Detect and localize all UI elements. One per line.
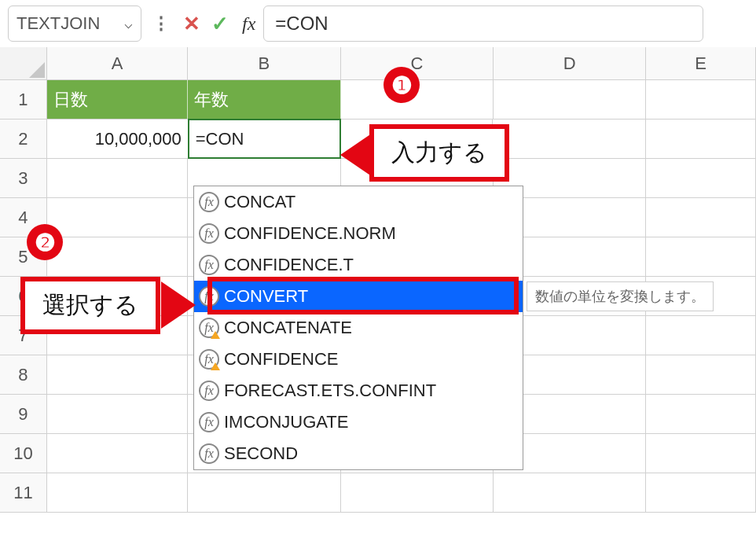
autocomplete-item[interactable]: fx FORECAST.ETS.CONFINT	[194, 375, 523, 406]
fx-warning-icon: fx	[199, 349, 219, 370]
cell-e1[interactable]	[646, 80, 756, 119]
row-header-1[interactable]: 1	[0, 80, 47, 119]
cell-b2-editing[interactable]: =CON	[188, 119, 341, 159]
cell-b1[interactable]: 年数	[188, 80, 340, 119]
autocomplete-label: CONCAT	[224, 192, 295, 212]
cell-a4[interactable]	[47, 198, 188, 237]
annotation-text: 入力する	[391, 137, 487, 169]
cell-e4[interactable]	[646, 198, 756, 237]
annotation-arrow-icon	[161, 281, 196, 329]
autocomplete-item[interactable]: fx CONCATENATE	[194, 312, 523, 344]
column-header-e[interactable]: E	[646, 47, 756, 79]
name-box[interactable]: TEXTJOIN ⌵	[8, 6, 141, 42]
cell-e7[interactable]	[646, 316, 756, 355]
fx-icon: fx	[199, 381, 219, 401]
row-header-2[interactable]: 2	[0, 120, 47, 158]
column-header-c[interactable]: C	[341, 47, 494, 79]
cell-e10[interactable]	[646, 434, 756, 473]
autocomplete-label: FORECAST.ETS.CONFINT	[224, 381, 436, 401]
autocomplete-label: CONCATENATE	[224, 318, 352, 338]
cell-b11[interactable]	[188, 473, 340, 512]
autocomplete-label: IMCONJUGATE	[224, 412, 348, 432]
enter-formula-button[interactable]: ✓	[206, 12, 234, 36]
cell-e5[interactable]	[646, 237, 756, 276]
cell-c11[interactable]	[341, 473, 494, 512]
cell-d1[interactable]	[494, 80, 646, 119]
cell-a8[interactable]	[47, 355, 188, 394]
cell-e9[interactable]	[646, 395, 756, 433]
cell-a5[interactable]	[47, 237, 188, 276]
formula-input[interactable]: =CON	[263, 6, 703, 42]
cell-e11[interactable]	[646, 473, 756, 512]
cell-a10[interactable]	[47, 434, 188, 473]
row-header-10[interactable]: 10	[0, 434, 47, 473]
autocomplete-item-selected[interactable]: fx CONVERT	[194, 281, 523, 312]
row-header-3[interactable]: 3	[0, 159, 47, 197]
fx-icon: fx	[199, 412, 219, 432]
annotation-callout-1: 入力する	[369, 124, 509, 182]
annotation-text: 選択する	[42, 289, 138, 322]
separator-icon: ⋮	[152, 13, 170, 34]
formula-autocomplete[interactable]: fx CONCAT fx CONFIDENCE.NORM fx CONFIDEN…	[193, 186, 523, 470]
annotation-badge-1: ❶	[384, 67, 420, 103]
autocomplete-label: CONFIDENCE.T	[224, 255, 354, 275]
cell-e8[interactable]	[646, 355, 756, 394]
row-header-11[interactable]: 11	[0, 473, 47, 512]
cell-a9[interactable]	[47, 395, 188, 433]
fx-icon[interactable]: fx	[242, 13, 255, 35]
column-header-b[interactable]: B	[188, 47, 340, 79]
column-header-a[interactable]: A	[47, 47, 188, 79]
autocomplete-item[interactable]: fx CONFIDENCE.T	[194, 249, 523, 281]
formula-input-text: =CON	[275, 13, 328, 35]
cell-d2[interactable]	[493, 120, 646, 158]
fx-icon: fx	[199, 443, 219, 464]
cell-a3[interactable]	[47, 159, 188, 197]
autocomplete-item[interactable]: fx IMCONJUGATE	[194, 406, 523, 438]
fx-warning-icon: fx	[199, 318, 219, 338]
autocomplete-label: SECOND	[224, 443, 298, 464]
autocomplete-item[interactable]: fx CONCAT	[194, 186, 523, 218]
cell-e3[interactable]	[646, 159, 756, 197]
name-box-value: TEXTJOIN	[17, 13, 100, 34]
cancel-formula-button[interactable]: ✕	[178, 12, 206, 36]
autocomplete-item[interactable]: fx CONFIDENCE.NORM	[194, 218, 523, 249]
svg-marker-0	[29, 62, 45, 78]
autocomplete-label: CONVERT	[224, 286, 308, 307]
cell-e2[interactable]	[646, 120, 756, 158]
annotation-callout-2: 選択する	[20, 277, 160, 334]
fx-icon: fx	[199, 223, 219, 244]
row-header-8[interactable]: 8	[0, 355, 47, 394]
autocomplete-label: CONFIDENCE	[224, 349, 338, 370]
cell-a11[interactable]	[47, 473, 188, 512]
row-header-9[interactable]: 9	[0, 395, 47, 433]
annotation-badge-2: ❷	[27, 224, 63, 260]
autocomplete-label: CONFIDENCE.NORM	[224, 223, 396, 244]
autocomplete-item[interactable]: fx SECOND	[194, 438, 523, 469]
column-headers: A B C D E	[0, 47, 756, 80]
cell-d11[interactable]	[494, 473, 646, 512]
table-row: 11	[0, 473, 756, 513]
autocomplete-item[interactable]: fx CONFIDENCE	[194, 344, 523, 375]
fx-icon: fx	[199, 192, 219, 212]
fx-icon: fx	[199, 286, 219, 307]
select-all-corner[interactable]	[0, 47, 47, 79]
chevron-down-icon[interactable]: ⌵	[124, 15, 133, 32]
column-header-d[interactable]: D	[494, 47, 646, 79]
formula-bar: TEXTJOIN ⌵ ⋮ ✕ ✓ fx =CON	[0, 0, 756, 47]
function-tooltip: 数値の単位を変換します。	[527, 281, 714, 311]
fx-icon: fx	[199, 255, 219, 275]
cell-a1[interactable]: 日数	[47, 80, 188, 119]
cell-a2[interactable]: 10,000,000	[47, 120, 189, 158]
table-row: 1 日数 年数	[0, 80, 756, 120]
